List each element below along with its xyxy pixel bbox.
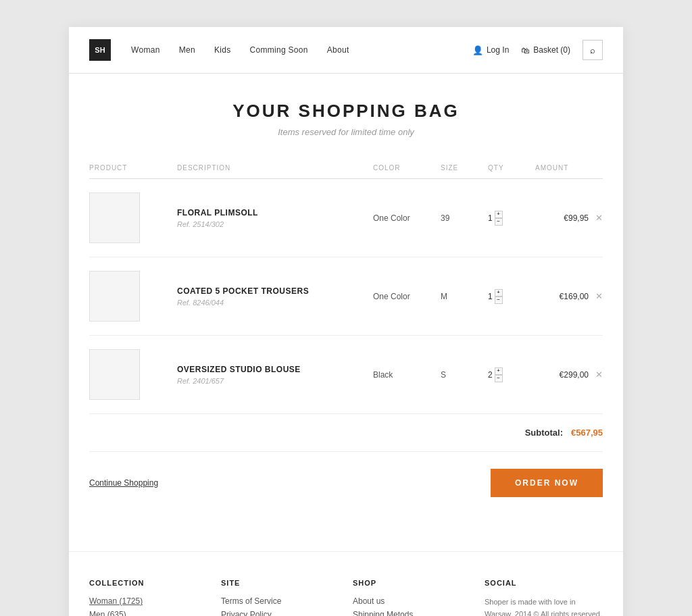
footer: COLLECTION Woman (1725) Men (635) Kids (… <box>69 551 623 616</box>
product-color: One Color <box>373 292 441 301</box>
basket-icon: 🛍 <box>521 45 530 55</box>
actions-row: Continue Shopping ORDER NOW <box>89 452 603 504</box>
header-right: 👤 Log In 🛍 Basket (0) ⌕ <box>472 40 603 60</box>
page-title: YOUR SHOPPING BAG <box>89 101 603 122</box>
qty-buttons: + − <box>495 289 503 304</box>
footer-social-description: Shoper is made with love in Warsaw, 2014… <box>485 596 603 616</box>
footer-link-terms[interactable]: Terms of Service <box>221 596 339 606</box>
footer-site: SITE Terms of Service Privacy Policy Cop… <box>221 579 339 616</box>
footer-shop-title: SHOP <box>353 579 471 587</box>
col-qty: QTY <box>488 164 535 172</box>
qty-decrease[interactable]: − <box>495 218 503 226</box>
col-amount: AMOUNT <box>535 164 603 172</box>
amount-value: €299,00 <box>560 370 589 380</box>
product-ref: Ref. 2514/302 <box>177 220 373 228</box>
product-size: 39 <box>441 213 488 223</box>
amount-value: €99,95 <box>564 213 589 223</box>
product-color: One Color <box>373 213 441 223</box>
table-header: PRODUCT DESCRIPTION COLOR SIZE QTY AMOUN… <box>89 164 603 179</box>
col-product: PRODUCT <box>89 164 177 172</box>
product-ref: Ref. 2401/657 <box>177 377 373 385</box>
qty-increase[interactable]: + <box>495 211 503 218</box>
continue-shopping-link[interactable]: Continue Shopping <box>89 478 158 488</box>
nav-men[interactable]: Men <box>179 45 195 55</box>
subtotal-label: Subtotal: <box>525 428 563 438</box>
footer-link-privacy[interactable]: Privacy Policy <box>221 610 339 616</box>
main-nav: Woman Men Kids Comming Soon About <box>131 45 472 55</box>
logo[interactable]: SH <box>89 39 111 61</box>
col-color: COLOR <box>373 164 441 172</box>
product-name: FLORAL PLIMSOLL <box>177 208 373 217</box>
product-info: FLORAL PLIMSOLL Ref. 2514/302 <box>177 208 373 228</box>
search-button[interactable]: ⌕ <box>583 40 603 60</box>
product-name: COATED 5 POCKET TROUSERS <box>177 286 373 296</box>
product-color: Black <box>373 370 441 380</box>
footer-social: SOCIAL Shoper is made with love in Warsa… <box>485 579 603 616</box>
qty-value: 1 <box>488 213 493 223</box>
product-image <box>89 192 140 243</box>
user-icon: 👤 <box>472 45 483 55</box>
qty-value: 2 <box>488 370 493 380</box>
qty-decrease[interactable]: − <box>495 297 503 304</box>
footer-link-shipping[interactable]: Shipping Metods <box>353 610 471 616</box>
footer-link-about[interactable]: About us <box>353 596 471 606</box>
table-row: OVERSIZED STUDIO BLOUSE Ref. 2401/657 Bl… <box>89 336 603 414</box>
footer-site-title: SITE <box>221 579 339 587</box>
product-size: S <box>441 370 488 380</box>
login-button[interactable]: 👤 Log In <box>472 45 509 55</box>
col-size: SIZE <box>441 164 488 172</box>
header: SH Woman Men Kids Comming Soon About 👤 L… <box>69 27 623 74</box>
nav-about[interactable]: About <box>327 45 349 55</box>
remove-button[interactable]: ✕ <box>595 369 603 380</box>
qty-control: 2 + − <box>488 367 535 382</box>
remove-button[interactable]: ✕ <box>595 213 603 223</box>
qty-buttons: + − <box>495 367 503 382</box>
table-row: FLORAL PLIMSOLL Ref. 2514/302 One Color … <box>89 179 603 257</box>
product-amount: €169,00 ✕ <box>535 291 603 301</box>
footer-link-men[interactable]: Men (635) <box>89 610 207 616</box>
footer-social-title: SOCIAL <box>485 579 603 587</box>
nav-kids[interactable]: Kids <box>214 45 231 55</box>
nav-woman[interactable]: Woman <box>131 45 160 55</box>
product-image <box>89 349 140 400</box>
qty-control: 1 + − <box>488 211 535 226</box>
basket-button[interactable]: 🛍 Basket (0) <box>521 45 570 55</box>
cart-table: PRODUCT DESCRIPTION COLOR SIZE QTY AMOUN… <box>89 164 603 414</box>
subtotal-row: Subtotal: €567,95 <box>89 414 603 452</box>
subtotal-value: €567,95 <box>571 428 603 438</box>
footer-collection-title: COLLECTION <box>89 579 207 587</box>
main-content: YOUR SHOPPING BAG Items reserved for lim… <box>69 74 623 524</box>
product-size: M <box>441 292 488 301</box>
footer-shop: SHOP About us Shipping Metods Career Con… <box>353 579 471 616</box>
basket-label: Basket (0) <box>533 45 570 55</box>
product-info: OVERSIZED STUDIO BLOUSE Ref. 2401/657 <box>177 365 373 385</box>
order-now-button[interactable]: ORDER NOW <box>491 469 603 497</box>
remove-button[interactable]: ✕ <box>595 291 603 301</box>
qty-decrease[interactable]: − <box>495 375 503 382</box>
footer-link-woman[interactable]: Woman (1725) <box>89 596 207 606</box>
qty-value: 1 <box>488 292 493 301</box>
amount-value: €169,00 <box>560 292 589 301</box>
qty-control: 1 + − <box>488 289 535 304</box>
product-amount: €299,00 ✕ <box>535 369 603 380</box>
nav-comming-soon[interactable]: Comming Soon <box>249 45 307 55</box>
product-ref: Ref. 8246/044 <box>177 299 373 307</box>
login-label: Log In <box>487 45 509 55</box>
product-info: COATED 5 POCKET TROUSERS Ref. 8246/044 <box>177 286 373 307</box>
qty-increase[interactable]: + <box>495 289 503 297</box>
product-image <box>89 271 140 322</box>
col-description: DESCRIPTION <box>177 164 373 172</box>
product-name: OVERSIZED STUDIO BLOUSE <box>177 365 373 374</box>
page-subtitle: Items reserved for limited time only <box>89 127 603 137</box>
footer-collection: COLLECTION Woman (1725) Men (635) Kids (… <box>89 579 207 616</box>
qty-buttons: + − <box>495 211 503 226</box>
search-icon: ⌕ <box>590 45 595 55</box>
qty-increase[interactable]: + <box>495 367 503 375</box>
product-amount: €99,95 ✕ <box>535 213 603 223</box>
table-row: COATED 5 POCKET TROUSERS Ref. 8246/044 O… <box>89 257 603 336</box>
